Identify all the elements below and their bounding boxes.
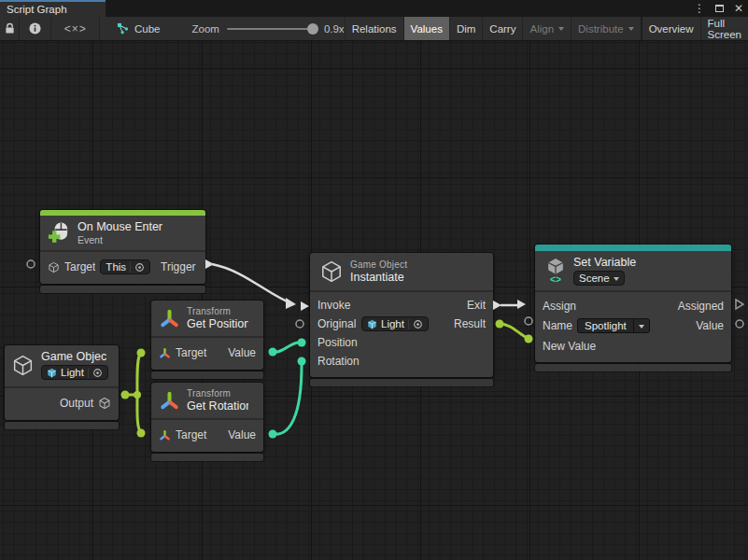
object-picker-icon (134, 262, 145, 273)
dropdown-arrow-icon (628, 27, 634, 31)
node-footer (40, 286, 205, 293)
title-bar: Script Graph ⋮ ✕ (0, 0, 748, 17)
rotation-port-label: Rotation (318, 355, 360, 368)
wire-arrowhead-icon (286, 298, 296, 309)
wire-position-value[interactable] (273, 343, 300, 352)
dim-button[interactable]: Dim (449, 17, 482, 40)
overview-button[interactable]: Overview (641, 17, 700, 40)
info-icon (29, 22, 41, 35)
wire-light-to-targets[interactable] (125, 353, 141, 433)
assigned-port-label: Assigned (671, 300, 724, 313)
result-port-label: Result (454, 317, 486, 330)
graph-toolbar: <×> Cube Zoom 0.9x Relations Values Dim … (0, 17, 748, 41)
kebab-menu-icon[interactable]: ⋮ (694, 3, 705, 14)
tab-script-graph[interactable]: Script Graph (0, 0, 106, 17)
node-on-mouse-enter[interactable]: On Mouse Enter Event Target This (40, 210, 205, 293)
node-footer (310, 379, 493, 386)
variable-name-dropdown[interactable]: Spotlight (577, 318, 650, 333)
carry-button[interactable]: Carry (482, 17, 522, 40)
wire-junction-dot (134, 391, 141, 399)
port-result-out[interactable] (496, 320, 504, 329)
port-original-in[interactable] (296, 320, 303, 328)
close-icon[interactable]: ✕ (734, 3, 743, 14)
light-object-field[interactable]: Light (41, 365, 108, 380)
node-get-rotation[interactable]: Transform Get Rotation Target Value (151, 383, 263, 461)
scope-dropdown[interactable]: Scene (573, 271, 625, 286)
node-title: Set Variable (573, 256, 636, 269)
port-gameobject-output[interactable] (121, 391, 130, 399)
maximize-icon[interactable] (715, 5, 724, 12)
wire-result-to-newvalue[interactable] (500, 324, 527, 338)
output-port-label: Output (60, 397, 93, 410)
original-object-field[interactable]: Light (361, 316, 429, 331)
port-assigned-out[interactable] (736, 300, 743, 309)
port-getrotation-target-in[interactable] (137, 429, 146, 438)
unity-object-icon (47, 368, 57, 378)
target-port-label: Target (176, 346, 206, 359)
port-invoke-in[interactable] (301, 301, 309, 311)
set-variable-icon: <> (544, 258, 567, 284)
node-footer (5, 422, 119, 429)
dropdown-arrow-icon (614, 277, 619, 281)
port-exit-out[interactable] (493, 301, 501, 310)
mouse-event-icon (48, 221, 71, 245)
node-title: On Mouse Enter (78, 220, 162, 233)
port-assign-in[interactable] (517, 300, 526, 309)
object-picker-icon (413, 319, 423, 329)
new-value-port-label: New Value (543, 340, 596, 353)
trigger-port-label: Trigger (161, 260, 198, 273)
port-position-in[interactable] (298, 339, 306, 347)
port-mouseenter-target-in[interactable] (27, 260, 35, 268)
node-instantiate[interactable]: Game Object Instantiate Invoke Exit Orig… (310, 253, 493, 386)
node-title: Instantiate (350, 271, 407, 284)
node-set-variable[interactable]: <> Set Variable Scene Assign Assigned Na… (535, 245, 731, 371)
target-port-label: Target (64, 260, 95, 273)
align-dropdown[interactable]: Align (522, 17, 571, 40)
exit-port-label: Exit (467, 299, 486, 312)
port-getposition-value-out[interactable] (269, 348, 277, 357)
zoom-slider[interactable] (227, 28, 317, 30)
values-button[interactable]: Values (403, 17, 449, 40)
port-value-out[interactable] (736, 320, 743, 328)
info-button[interactable] (20, 17, 51, 40)
full-screen-button[interactable]: Full Screen (700, 17, 748, 40)
game-object-icon (98, 397, 111, 410)
value-port-label: Value (228, 428, 256, 441)
invoke-port-label: Invoke (318, 299, 360, 312)
wire-trigger-to-invoke[interactable] (212, 264, 293, 304)
lock-button[interactable] (0, 17, 20, 40)
zoom-slider-handle[interactable] (307, 23, 318, 35)
port-name-in[interactable] (525, 317, 532, 325)
distribute-dropdown[interactable]: Distribute (571, 17, 641, 40)
this-object-field[interactable]: This (100, 259, 150, 274)
original-port-label: Original (318, 317, 357, 330)
node-footer (535, 364, 731, 371)
dropdown-arrow-icon (639, 325, 644, 329)
port-rotation-in[interactable] (298, 357, 306, 366)
node-category: Transform (187, 388, 248, 399)
transform-icon (159, 308, 180, 329)
svg-text:<>: <> (550, 274, 561, 284)
node-get-position[interactable]: Transform Get Position Target Value (151, 301, 263, 379)
graph-icon (117, 22, 129, 35)
wire-rotation-value[interactable] (273, 365, 302, 434)
node-footer (151, 454, 263, 461)
port-newvalue-in[interactable] (525, 335, 533, 343)
assign-port-label: Assign (543, 300, 576, 313)
transform-icon (159, 347, 171, 359)
port-trigger-out[interactable] (205, 259, 214, 269)
port-getrotation-value-out[interactable] (269, 430, 277, 439)
object-picker-icon (92, 368, 103, 378)
game-object-icon (48, 261, 60, 273)
node-title: Game Object (41, 350, 106, 363)
name-port-label: Name (543, 319, 572, 332)
code-view-button[interactable]: <×> (51, 17, 100, 40)
graph-canvas[interactable]: On Mouse Enter Event Target This (0, 41, 748, 560)
variable-accent-bar (535, 245, 731, 251)
zoom-label: Zoom (191, 23, 219, 35)
transform-icon (159, 390, 180, 412)
node-game-object-literal[interactable]: Game Object Light Output (5, 345, 119, 429)
relations-button[interactable]: Relations (345, 17, 403, 40)
port-getposition-target-in[interactable] (137, 349, 146, 357)
graph-breadcrumb[interactable]: Cube (117, 17, 161, 40)
